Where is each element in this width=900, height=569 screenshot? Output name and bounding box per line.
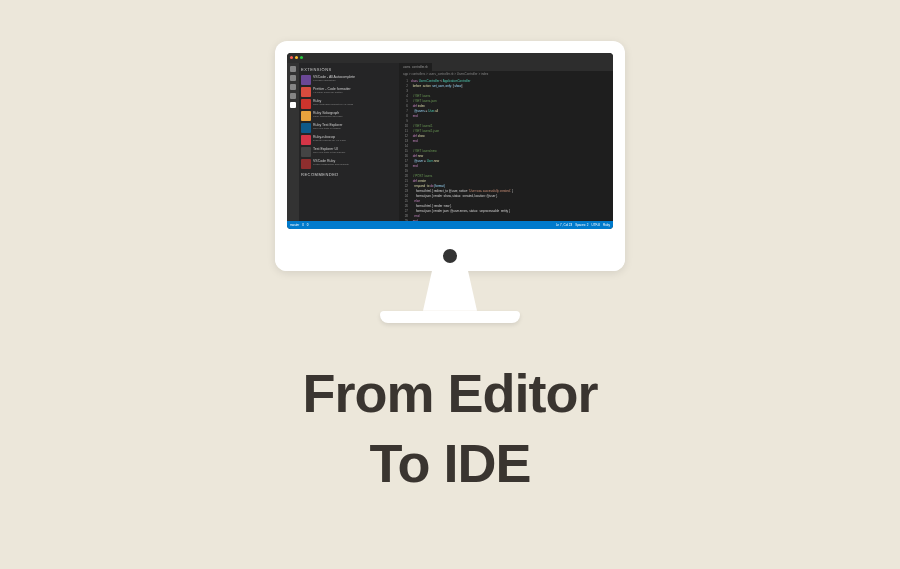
extension-icon (301, 111, 311, 121)
extension-text: Prettier - Code formatter VS Code plugin… (313, 87, 397, 94)
monitor-illustration: EXTENSIONS VSCode - All Autocomplete Pro… (275, 41, 625, 323)
extension-text: Test Explorer UI Run your tests in the S… (313, 147, 397, 154)
code-content: end (411, 114, 418, 119)
minimize-icon (295, 56, 298, 59)
extension-icon (301, 135, 311, 145)
status-item: master (290, 223, 299, 227)
window-titlebar (287, 53, 613, 63)
extensions-icon (290, 102, 296, 108)
extension-text: Ruby Solargraph Code completion and docs (313, 111, 397, 118)
extension-text: Ruby Test Explorer Run your tests in sid… (313, 123, 397, 130)
monitor-chin (275, 241, 625, 271)
git-icon (290, 84, 296, 90)
extension-desc: VS Code plugin for prettier (313, 91, 397, 94)
extension-icon (301, 75, 311, 85)
extension-item: Ruby Solargraph Code completion and docs (301, 110, 397, 122)
maximize-icon (300, 56, 303, 59)
extension-item: VSCode - All Autocomplete Provides compl… (301, 74, 397, 86)
power-button-icon (443, 249, 457, 263)
extension-desc: Run your tests in the Sidebar (313, 151, 397, 154)
extension-desc: Syntax highlighting and snippets (313, 163, 397, 166)
extension-item: VSCode Ruby Syntax highlighting and snip… (301, 158, 397, 170)
status-right: Ln 7, Col 23Spaces: 2UTF-8Ruby (556, 223, 610, 227)
headline-line1: From Editor (303, 358, 598, 428)
code-content: end (411, 139, 418, 144)
extensions-sidebar: EXTENSIONS VSCode - All Autocomplete Pro… (299, 63, 399, 221)
headline-line2: To IDE (303, 428, 598, 498)
extension-icon (301, 123, 311, 133)
extension-desc: Ruby language support for VS Code (313, 103, 397, 106)
extension-icon (301, 159, 311, 169)
extension-item: Ruby-rubocop execute rubocop for VS Code (301, 134, 397, 146)
close-icon (290, 56, 293, 59)
status-bar: master00 Ln 7, Col 23Spaces: 2UTF-8Ruby (287, 221, 613, 229)
code-content: format.json { render :show, status: :cre… (411, 194, 497, 199)
status-left: master00 (290, 223, 309, 227)
code-content: format.json { render json: @user.errors,… (411, 209, 510, 214)
activity-bar (287, 63, 299, 221)
extension-icon (301, 147, 311, 157)
extension-desc: Provides completion (313, 79, 397, 82)
status-item: 0 (307, 223, 309, 227)
extension-text: Ruby-rubocop execute rubocop for VS Code (313, 135, 397, 142)
monitor-stand (420, 271, 480, 311)
extension-desc: Code completion and docs (313, 115, 397, 118)
extension-text: Ruby Ruby language support for VS Code (313, 99, 397, 106)
extension-item: Ruby Ruby language support for VS Code (301, 98, 397, 110)
editor-tab: users_controller.rb (399, 63, 432, 71)
debug-icon (290, 93, 296, 99)
extension-text: VSCode Ruby Syntax highlighting and snip… (313, 159, 397, 166)
headline: From Editor To IDE (303, 358, 598, 498)
code-content: end (411, 164, 418, 169)
extension-item: Prettier - Code formatter VS Code plugin… (301, 86, 397, 98)
sidebar-header: EXTENSIONS (301, 65, 397, 74)
search-icon (290, 75, 296, 81)
status-item: Spaces: 2 (575, 223, 588, 227)
tab-bar: users_controller.rb (399, 63, 613, 71)
editor-main: users_controller.rb app > controllers > … (399, 63, 613, 221)
extension-icon (301, 99, 311, 109)
code-content: before_action :set_user, only: [:show] (411, 84, 462, 89)
status-item: Ln 7, Col 23 (556, 223, 572, 227)
extension-desc: Run your tests in sidebar (313, 127, 397, 130)
editor-body: EXTENSIONS VSCode - All Autocomplete Pro… (287, 63, 613, 221)
code-area: 1class UsersController < ApplicationCont… (399, 77, 613, 226)
status-item: 0 (302, 223, 304, 227)
extension-desc: execute rubocop for VS Code (313, 139, 397, 142)
screen: EXTENSIONS VSCode - All Autocomplete Pro… (287, 53, 613, 229)
extension-item: Test Explorer UI Run your tests in the S… (301, 146, 397, 158)
extension-item: Ruby Test Explorer Run your tests in sid… (301, 122, 397, 134)
status-item: Ruby (603, 223, 610, 227)
status-item: UTF-8 (591, 223, 600, 227)
monitor-base (380, 311, 520, 323)
extension-icon (301, 87, 311, 97)
files-icon (290, 66, 296, 72)
extension-text: VSCode - All Autocomplete Provides compl… (313, 75, 397, 82)
monitor-frame: EXTENSIONS VSCode - All Autocomplete Pro… (275, 41, 625, 271)
recommended-header: RECOMMENDED (301, 170, 397, 179)
